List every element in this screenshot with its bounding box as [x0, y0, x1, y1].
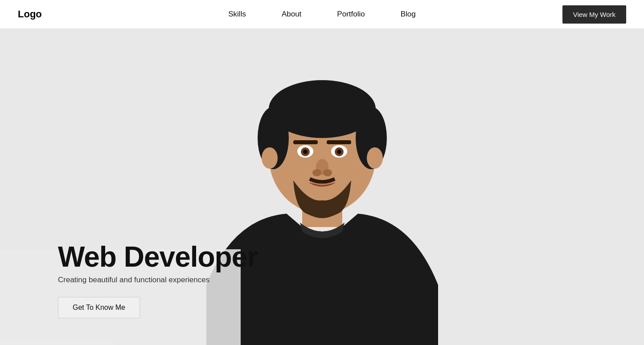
nav-link-blog[interactable]: Blog: [401, 10, 416, 18]
svg-rect-7: [293, 140, 318, 144]
svg-point-19: [367, 147, 383, 169]
hero-title: Web Developer: [58, 243, 258, 271]
svg-point-16: [312, 169, 321, 176]
logo[interactable]: Logo: [18, 8, 42, 20]
svg-point-17: [323, 169, 332, 176]
svg-point-14: [337, 150, 341, 154]
svg-point-11: [303, 150, 308, 154]
nav-item-about[interactable]: About: [282, 10, 301, 19]
nav-item-skills[interactable]: Skills: [228, 10, 246, 19]
nav-item-portfolio[interactable]: Portfolio: [337, 10, 365, 19]
hero-subtitle: Creating beautiful and functional experi…: [58, 276, 258, 284]
navbar: Logo Skills About Portfolio Blog View My…: [0, 0, 644, 29]
nav-link-skills[interactable]: Skills: [228, 10, 246, 18]
get-to-know-me-button[interactable]: Get To Know Me: [58, 297, 140, 318]
nav-item-blog[interactable]: Blog: [401, 10, 416, 19]
hero-content: Web Developer Creating beautiful and fun…: [58, 234, 258, 318]
svg-point-18: [262, 147, 278, 169]
hero-text-area: Web Developer Creating beautiful and fun…: [58, 234, 258, 318]
svg-rect-6: [273, 109, 371, 131]
nav-links: Skills About Portfolio Blog: [228, 10, 416, 19]
view-my-work-button[interactable]: View My Work: [562, 5, 626, 24]
hero-section: Web Developer Creating beautiful and fun…: [0, 0, 644, 345]
nav-link-portfolio[interactable]: Portfolio: [337, 10, 365, 18]
svg-rect-8: [327, 140, 351, 144]
nav-link-about[interactable]: About: [282, 10, 301, 18]
